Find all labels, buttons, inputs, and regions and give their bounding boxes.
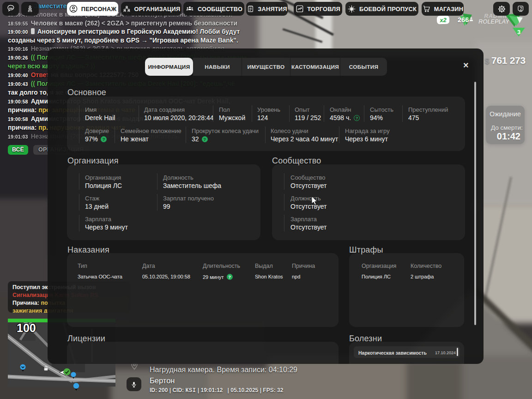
svg-text:3: 3	[517, 29, 520, 36]
